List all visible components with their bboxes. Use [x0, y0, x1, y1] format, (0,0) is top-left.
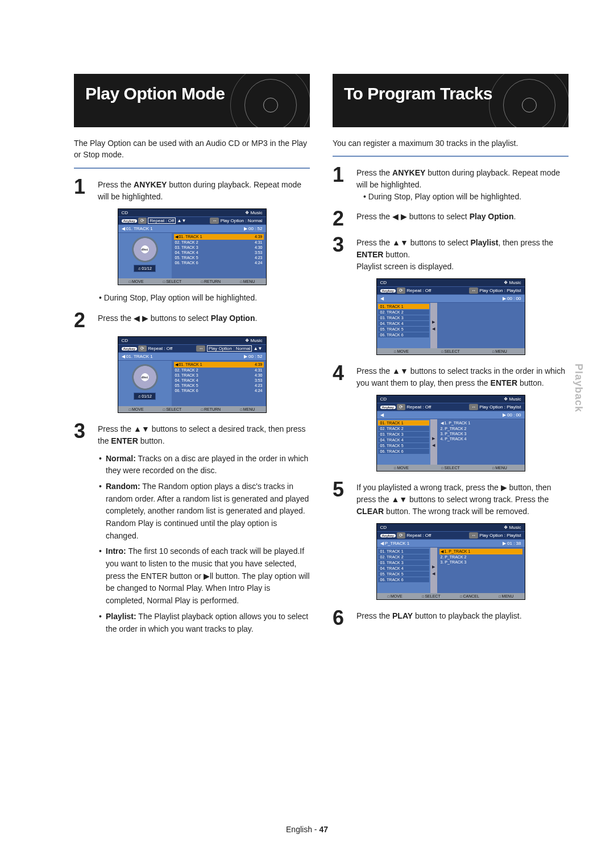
- disc-icon: disc: [132, 364, 158, 390]
- divider: [333, 156, 569, 157]
- section-tab: Playback: [572, 364, 584, 412]
- step-1: 1 Press the ANYKEY button during playbac…: [333, 165, 569, 203]
- disc-icon: disc: [132, 236, 158, 262]
- step-6: 6 Press the PLAY button to playback the …: [333, 608, 569, 628]
- step-number: 3: [333, 235, 351, 273]
- step-2: 2 Press the ◀ ▶ buttons to select Play O…: [333, 208, 569, 229]
- note-text: During Stop, Play option will be highlig…: [99, 293, 310, 302]
- step-number: 6: [333, 608, 351, 628]
- osd-screenshot-4: CD❖ Music Anykey ⟳ Repeat : Off ↔ Play O…: [376, 395, 525, 471]
- osd-screenshot-2: CD❖ Music Anykey ⟳ Repeat : Off ↔ Play O…: [118, 336, 267, 413]
- step-number: 5: [333, 479, 351, 518]
- step-number: 1: [74, 177, 92, 203]
- osd-screenshot-1: CD❖ Music Anykey ⟳ Repeat : Off ▲▼ ↔ Pla…: [118, 208, 267, 285]
- step-3: 3 Press the ▲▼ buttons to select Playlis…: [333, 235, 569, 273]
- step-5: 5 If you playlisted a wrong track, press…: [333, 479, 569, 518]
- step-number: 1: [333, 165, 351, 203]
- option-bullets: Normal: Tracks on a disc are played in t…: [99, 453, 310, 636]
- cd-art-icon: [225, 74, 310, 127]
- divider: [74, 168, 310, 169]
- osd-screenshot-3: CD❖ Music Anykey ⟳ Repeat : Off ↔ Play O…: [376, 278, 525, 355]
- step-number: 2: [333, 208, 351, 229]
- intro-text: The Play Option can be used with an Audi…: [74, 137, 310, 161]
- page-footer: English - 47: [0, 825, 614, 834]
- step-number: 3: [74, 421, 92, 447]
- step-3: 3 Press the ▲▼ buttons to select a desir…: [74, 421, 310, 447]
- osd-screenshot-5: CD❖ Music Anykey ⟳ Repeat : Off ↔ Play O…: [376, 523, 525, 600]
- step-number: 2: [74, 310, 92, 331]
- cd-art-icon: [483, 74, 569, 127]
- step-1: 1 Press the ANYKEY button during playbac…: [74, 177, 310, 203]
- title-banner-right: To Program Tracks: [333, 74, 569, 127]
- step-2: 2 Press the ◀ ▶ buttons to select Play O…: [74, 310, 310, 331]
- intro-text: You can register a maximum 30 tracks in …: [333, 137, 569, 149]
- step-number: 4: [333, 363, 351, 389]
- step-4: 4 Press the ▲▼ buttons to select tracks …: [333, 363, 569, 389]
- title-banner-left: Play Option Mode: [74, 74, 310, 127]
